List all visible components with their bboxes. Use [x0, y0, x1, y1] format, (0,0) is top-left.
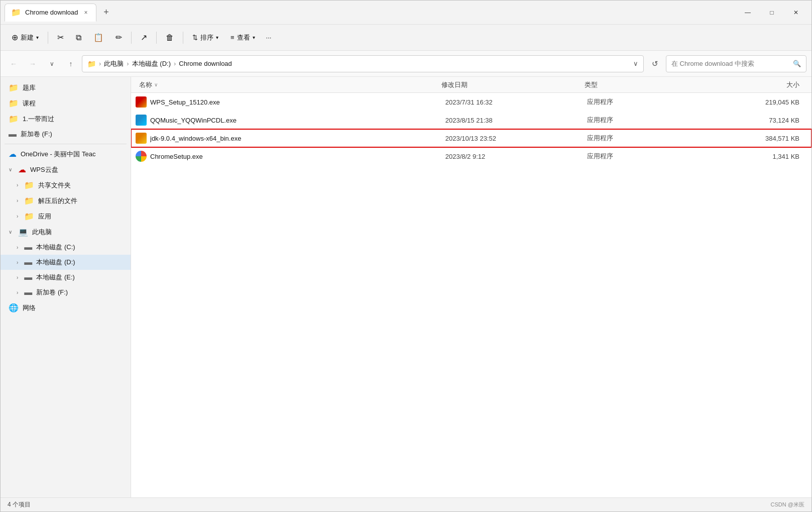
titlebar: 📁 Chrome download × + — □ ✕	[1, 1, 811, 25]
tab-close-button[interactable]: ×	[82, 8, 90, 17]
view-button[interactable]: ≡ 查看 ▾	[225, 30, 260, 45]
folder-icon: 📁	[24, 180, 34, 190]
file-row[interactable]: WPS_Setup_15120.exe 2023/7/31 16:32 应用程序…	[131, 93, 811, 111]
view-icon: ≡	[230, 34, 235, 41]
cut-button[interactable]: ✂	[52, 30, 69, 45]
sort-button[interactable]: ⇅ 排序 ▾	[187, 30, 223, 45]
more-button[interactable]: ···	[262, 31, 276, 44]
sidebar-item-tiku[interactable]: 📁 题库	[1, 80, 131, 95]
sidebar-item-label: WPS云盘	[30, 165, 58, 174]
forward-button[interactable]: →	[25, 56, 41, 72]
file-type: 应用程序	[587, 152, 705, 161]
file-name: QQMusic_YQQWinPCDL.exe	[150, 117, 445, 124]
active-tab[interactable]: 📁 Chrome download ×	[5, 4, 96, 22]
breadcrumb-item-2[interactable]: 本地磁盘 (D:)	[132, 59, 171, 68]
folder-icon: 📁	[9, 98, 19, 108]
sidebar-item-wps-cloud[interactable]: ∨ ☁ WPS云盘	[1, 162, 131, 177]
sidebar-item-label: 此电脑	[32, 228, 52, 237]
refresh-icon: ↺	[652, 59, 658, 68]
new-button[interactable]: ⊕ 新建 ▾	[7, 30, 44, 45]
sidebar: 📁 题库 📁 课程 📁 1.一带而过 ▬ 新加卷 (F:) ☁ OneDrive…	[1, 77, 131, 497]
breadcrumb-sep-1: ›	[99, 60, 101, 67]
tab-title: Chrome download	[25, 9, 78, 16]
file-size: 73,124 KB	[705, 117, 807, 124]
file-icon-jdk	[135, 132, 147, 144]
main-content: 📁 题库 📁 课程 📁 1.一带而过 ▬ 新加卷 (F:) ☁ OneDrive…	[1, 77, 811, 497]
sort-dropdown-icon: ▾	[216, 35, 218, 40]
file-row[interactable]: ChromeSetup.exe 2023/8/2 9:12 应用程序 1,341…	[131, 147, 811, 165]
sidebar-item-kecheng[interactable]: 📁 课程	[1, 95, 131, 111]
sidebar-item-label: 网络	[23, 303, 36, 313]
search-input[interactable]	[671, 60, 790, 67]
expand-icon: ›	[17, 275, 18, 280]
sidebar-item-label: 解压后的文件	[38, 196, 77, 206]
sidebar-item-thispc[interactable]: ∨ 💻 此电脑	[1, 224, 131, 240]
breadcrumb-item-1[interactable]: 此电脑	[104, 59, 124, 68]
file-type: 应用程序	[587, 97, 705, 107]
recent-locations-button[interactable]: ∨	[44, 56, 60, 72]
sidebar-item-drive-f2[interactable]: › ▬ 新加卷 (F:)	[1, 285, 131, 300]
sidebar-item-drive-f[interactable]: ▬ 新加卷 (F:)	[1, 127, 131, 142]
sidebar-item-network[interactable]: 🌐 网络	[1, 300, 131, 316]
new-tab-button[interactable]: +	[98, 5, 114, 21]
copy-button[interactable]: ⧉	[71, 30, 86, 45]
file-date: 2023/7/31 16:32	[445, 98, 587, 106]
sidebar-item-label: 应用	[38, 212, 51, 221]
sidebar-item-unzipped[interactable]: › 📁 解压后的文件	[1, 193, 131, 209]
share-icon: ↗	[141, 33, 147, 42]
wps-cloud-icon: ☁	[18, 165, 26, 174]
more-icon: ···	[266, 34, 272, 41]
delete-button[interactable]: 🗑	[161, 30, 179, 45]
search-bar[interactable]: 🔍	[666, 55, 806, 72]
close-button[interactable]: ✕	[784, 5, 807, 21]
share-button[interactable]: ↗	[136, 30, 152, 45]
refresh-button[interactable]: ↺	[647, 56, 663, 72]
sort-label: 排序	[200, 33, 213, 42]
file-rows: WPS_Setup_15120.exe 2023/7/31 16:32 应用程序…	[131, 93, 811, 497]
new-label: 新建	[21, 33, 34, 42]
minimize-button[interactable]: —	[736, 5, 759, 21]
maximize-button[interactable]: □	[760, 5, 783, 21]
file-size: 219,045 KB	[705, 98, 807, 106]
paste-button[interactable]: 📋	[88, 30, 108, 45]
sidebar-item-yidaieruo[interactable]: 📁 1.一带而过	[1, 111, 131, 127]
up-button[interactable]: ↑	[63, 56, 79, 72]
file-icon-wps	[135, 96, 147, 108]
col-type-label: 类型	[585, 81, 598, 88]
search-icon: 🔍	[793, 60, 801, 67]
col-header-size[interactable]: 大小	[704, 80, 807, 89]
sidebar-item-shared-folder[interactable]: › 📁 共享文件夹	[1, 177, 131, 193]
back-button[interactable]: ←	[6, 56, 22, 72]
sidebar-item-drive-d[interactable]: › ▬ 本地磁盘 (D:)	[1, 255, 131, 270]
drive-icon: ▬	[24, 243, 32, 252]
addressbar: ← → ∨ ↑ 📁 › 此电脑 › 本地磁盘 (D:) › Chrome dow…	[1, 51, 811, 77]
sidebar-item-label: 课程	[23, 99, 36, 108]
up-icon: ↑	[69, 60, 73, 68]
sidebar-item-onedrive[interactable]: ☁ OneDrive - 美丽中国 Teac	[1, 146, 131, 162]
file-explorer-window: 📁 Chrome download × + — □ ✕ ⊕ 新建 ▾ ✂ ⧉ 📋…	[0, 0, 812, 512]
rename-button[interactable]: ✏	[110, 30, 127, 45]
breadcrumb-item-3[interactable]: Chrome download	[179, 60, 232, 67]
sidebar-item-drive-e[interactable]: › ▬ 本地磁盘 (E:)	[1, 270, 131, 285]
toolbar: ⊕ 新建 ▾ ✂ ⧉ 📋 ✏ ↗ 🗑 ⇅ 排序 ▾	[1, 25, 811, 51]
breadcrumb[interactable]: 📁 › 此电脑 › 本地磁盘 (D:) › Chrome download ∨	[82, 55, 644, 72]
onedrive-icon: ☁	[9, 149, 17, 159]
file-type: 应用程序	[587, 116, 705, 125]
breadcrumb-dropdown-icon[interactable]: ∨	[633, 60, 638, 67]
sidebar-separator	[5, 144, 127, 144]
rename-icon: ✏	[115, 33, 122, 42]
status-count: 4 个项目	[8, 500, 31, 509]
file-size: 1,341 KB	[705, 153, 807, 160]
col-header-type[interactable]: 类型	[585, 80, 704, 89]
file-row-jdk[interactable]: jdk-9.0.4_windows-x64_bin.exe 2023/10/13…	[131, 129, 811, 147]
sidebar-item-apps[interactable]: › 📁 应用	[1, 209, 131, 224]
breadcrumb-sep-2: ›	[127, 60, 129, 67]
col-header-date[interactable]: 修改日期	[441, 80, 585, 89]
sidebar-item-drive-c[interactable]: › ▬ 本地磁盘 (C:)	[1, 240, 131, 255]
col-header-name[interactable]: 名称 ∨	[135, 80, 441, 89]
folder-icon: 📁	[24, 196, 34, 206]
file-date: 2023/8/15 21:38	[445, 117, 587, 124]
expand-icon: ›	[17, 245, 18, 250]
file-row[interactable]: QQMusic_YQQWinPCDL.exe 2023/8/15 21:38 应…	[131, 111, 811, 129]
drive-icon: ▬	[24, 273, 32, 282]
